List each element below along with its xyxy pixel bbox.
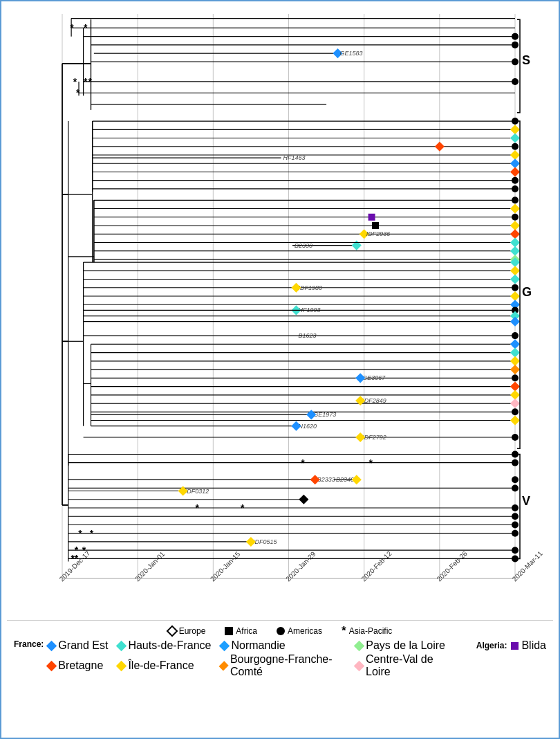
bretagne-item: Bretagne: [48, 659, 108, 672]
hauts-icon: [116, 640, 127, 651]
europe-label: Europe: [179, 626, 206, 636]
legend-europe: Europe: [168, 626, 206, 636]
asterisk-icon: *: [342, 625, 346, 637]
pays-icon: [354, 640, 365, 651]
legend-asia: * Asia-Pacific: [342, 625, 392, 637]
bretagne-icon: [46, 660, 57, 671]
blida-label: Blida: [521, 639, 546, 652]
cvl-label: Centre-Val de Loire: [366, 653, 460, 678]
france-grid: Grand Est Hauts-de-France Normandie Pays…: [48, 639, 459, 678]
phylo-area: [7, 7, 553, 617]
idf-item: Île-de-France: [118, 659, 211, 672]
main-container: Europe Africa Americas * Asia-Pacific Fr…: [0, 0, 560, 739]
grand-est-item: Grand Est: [48, 639, 108, 652]
circle-icon: [277, 627, 285, 635]
idf-label: Île-de-France: [128, 659, 194, 672]
phylo-canvas: [7, 7, 553, 617]
blida-icon: [511, 642, 519, 650]
square-icon: [225, 627, 233, 635]
grand-est-label: Grand Est: [58, 639, 108, 652]
legend-americas: Americas: [277, 626, 322, 636]
diamond-icon: [166, 625, 178, 637]
hauts-de-france-item: Hauts-de-France: [118, 639, 211, 652]
legend-area: Europe Africa Americas * Asia-Pacific Fr…: [7, 620, 553, 738]
pays-label: Pays de la Loire: [366, 639, 445, 652]
africa-label: Africa: [236, 626, 257, 636]
asia-label: Asia-Pacific: [349, 626, 393, 636]
bfc-icon: [219, 661, 229, 670]
bfc-item: Bourgogne-Franche-Comté: [221, 653, 346, 678]
normandie-icon: [219, 640, 230, 651]
algeria-block: Algeria: Blida: [467, 639, 546, 652]
idf-icon: [116, 660, 127, 671]
france-label: France:: [14, 639, 44, 649]
legend-row1: Europe Africa Americas * Asia-Pacific: [14, 625, 546, 637]
legend-bottom: France: Grand Est Hauts-de-France Norman…: [14, 639, 546, 678]
americas-label: Americas: [288, 626, 322, 636]
cvl-icon: [354, 660, 364, 670]
pays-item: Pays de la Loire: [355, 639, 460, 652]
normandie-label: Normandie: [231, 639, 285, 652]
grand-est-icon: [46, 640, 57, 651]
legend-africa: Africa: [225, 626, 257, 636]
bfc-label: Bourgogne-Franche-Comté: [230, 653, 346, 678]
normandie-item: Normandie: [221, 639, 346, 652]
bretagne-label: Bretagne: [58, 659, 103, 672]
cvl-item: Centre-Val de Loire: [355, 653, 460, 678]
algeria-label: Algeria:: [476, 641, 507, 650]
hauts-label: Hauts-de-France: [128, 639, 211, 652]
